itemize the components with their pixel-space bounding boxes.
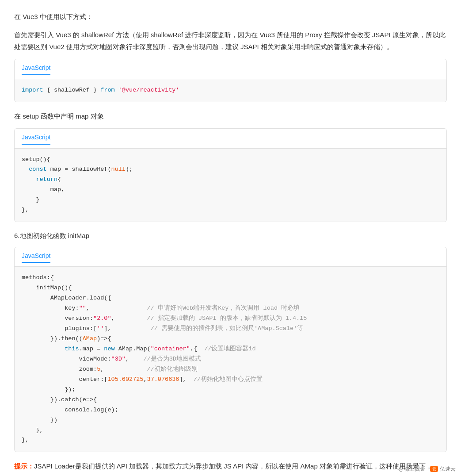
- code-tab-3[interactable]: JavaScript: [15, 247, 446, 267]
- cloud-icon: 云: [430, 466, 438, 472]
- tip-text: JSAPI Loader是我们提供的 API 加载器，其加载方式为异步加载 JS…: [34, 462, 432, 470]
- tip-label: 提示：: [14, 462, 34, 470]
- footer-bar: @稀土掘金 云 亿速云: [393, 462, 461, 476]
- code-tab-label-1: JavaScript: [22, 63, 50, 75]
- footer-cloud: 亿速云: [440, 464, 456, 473]
- code-tab-label-2: JavaScript: [22, 132, 50, 145]
- intro-text: 在 Vue3 中使用以下方式：: [14, 11, 447, 23]
- shallowref-desc: 首先需要引入 Vue3 的 shallowRef 方法（使用 shallowRe…: [14, 29, 447, 53]
- code-block-3: JavaScript methods:{ initMap(){ AMapLoad…: [14, 247, 447, 453]
- code-block-1: JavaScript import { shallowRef } from '@…: [14, 59, 447, 102]
- tip-block: 提示：JSAPI Loader是我们提供的 API 加载器，其加载方式为异步加载…: [14, 460, 447, 472]
- code-tab-1[interactable]: JavaScript: [15, 59, 446, 79]
- code-block-2: JavaScript setup(){ const map = shallowR…: [14, 128, 447, 222]
- code-tab-label-3: JavaScript: [22, 251, 50, 263]
- setup-text: 在 setup 函数中声明 map 对象: [14, 110, 447, 122]
- footer-juejin: @稀土掘金: [398, 464, 425, 473]
- code-content-3: methods:{ initMap(){ AMapLoader.load({ k…: [15, 267, 446, 452]
- section6-title: 6.地图初始化函数 initMap: [14, 230, 447, 242]
- code-content-1: import { shallowRef } from '@vue/reactiv…: [15, 79, 446, 102]
- code-tab-2[interactable]: JavaScript: [15, 129, 446, 149]
- code-content-2: setup(){ const map = shallowRef(null); r…: [15, 149, 446, 222]
